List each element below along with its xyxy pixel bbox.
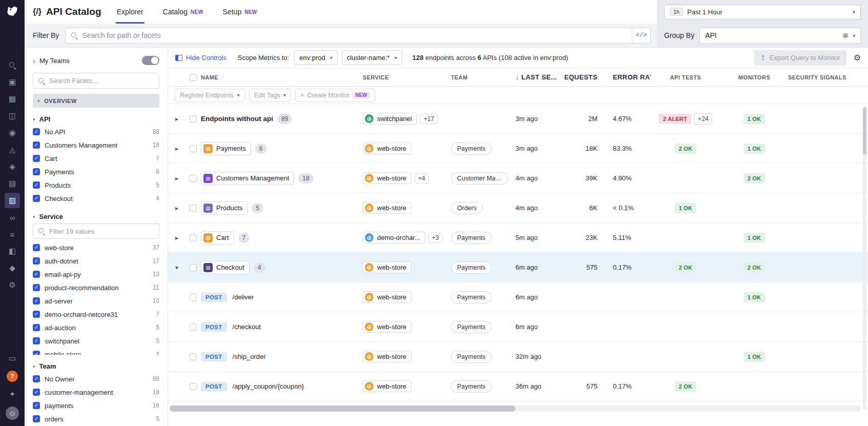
- expand-row-icon[interactable]: ▸: [175, 205, 178, 212]
- vertical-scrollbar-thumb[interactable]: [863, 107, 866, 154]
- checkbox-checked-icon[interactable]: [33, 375, 40, 382]
- search-icon[interactable]: [5, 57, 20, 73]
- row-checkbox[interactable]: [190, 145, 197, 152]
- row-checkbox[interactable]: [190, 234, 197, 241]
- checkbox-checked-icon[interactable]: [33, 257, 40, 265]
- api-catalog-nav-icon[interactable]: ▥: [5, 193, 20, 208]
- checkbox-checked-icon[interactable]: [33, 324, 40, 331]
- facet-item[interactable]: ad-server10: [33, 294, 159, 308]
- facet-group-header[interactable]: ▾Service: [33, 213, 159, 220]
- row-checkbox[interactable]: [190, 323, 197, 331]
- table-row[interactable]: ▸▤Products5⊕web-storeOrders4m ago6K< 0.1…: [168, 193, 868, 223]
- checkbox-checked-icon[interactable]: [33, 181, 40, 189]
- query-syntax-toggle[interactable]: </>: [632, 28, 650, 43]
- column-header-last-se[interactable]: ↓LAST SE...: [515, 73, 565, 81]
- service-extra-pill[interactable]: +3: [428, 233, 443, 243]
- team-chip[interactable]: Payments: [451, 380, 492, 393]
- search-input[interactable]: [82, 31, 628, 39]
- service-chip[interactable]: ⊕switchpanel: [363, 113, 417, 125]
- facet-search-input[interactable]: [49, 77, 154, 85]
- service-chip[interactable]: ⊕web-store: [363, 321, 411, 333]
- notebooks-icon[interactable]: ▤: [5, 176, 20, 191]
- action-create-monitor[interactable]: +Create MonitorNEW: [295, 89, 375, 102]
- service-chip[interactable]: ⊕web-store: [363, 143, 411, 154]
- facet-item[interactable]: mobile-store4: [33, 348, 159, 355]
- checkbox-checked-icon[interactable]: [33, 195, 40, 202]
- facet-item[interactable]: ad-auction5: [33, 321, 159, 334]
- vertical-scrollbar[interactable]: [863, 107, 866, 410]
- column-header-service[interactable]: SERVICE: [363, 74, 451, 80]
- table-settings-gear-icon[interactable]: ⚙: [854, 53, 861, 63]
- export-query-button[interactable]: ↥ Export Query to Monitor: [754, 50, 846, 66]
- overview-section-header[interactable]: ▾ OVERVIEW: [33, 94, 159, 108]
- team-chip[interactable]: Payments: [451, 261, 492, 274]
- expand-row-icon[interactable]: ▸: [175, 145, 178, 152]
- row-checkbox[interactable]: [190, 205, 197, 212]
- facet-item[interactable]: switchpanel5: [33, 334, 159, 348]
- facet-item[interactable]: No Owner89: [33, 372, 159, 386]
- metrics-icon[interactable]: ◫: [5, 108, 20, 124]
- service-extra-pill[interactable]: +17: [420, 114, 438, 124]
- team-chip[interactable]: Payments: [451, 351, 492, 363]
- table-row[interactable]: ▸▤Cart7⊕demo-orchar...+3Payments5m ago23…: [168, 223, 868, 253]
- watchdog-icon[interactable]: ◉: [5, 125, 20, 140]
- security-icon[interactable]: ◆: [5, 260, 20, 276]
- clear-icon[interactable]: ⊗: [842, 31, 849, 39]
- service-chip[interactable]: ⊕demo-orchar...: [363, 232, 425, 244]
- team-chip[interactable]: Customer Man...: [451, 172, 508, 185]
- table-row[interactable]: POST/deliver⊕web-storePayments6m ago1 OK: [168, 282, 868, 312]
- team-chip[interactable]: Payments: [451, 143, 492, 155]
- checkbox-checked-icon[interactable]: [33, 244, 40, 251]
- column-header-error-rate[interactable]: ERROR RATE: [602, 73, 651, 81]
- tab-explorer[interactable]: Explorer: [117, 0, 143, 24]
- feedback-chat-icon[interactable]: ▭: [5, 351, 20, 366]
- facet-item[interactable]: Products5: [33, 178, 159, 192]
- facet-item[interactable]: customer-management18: [33, 386, 159, 399]
- service-chip[interactable]: ⊕web-store: [363, 261, 411, 273]
- settings-icon[interactable]: ⚙: [5, 277, 20, 293]
- api-name-chip[interactable]: ▤Customers Management: [201, 172, 294, 185]
- facet-item[interactable]: Cart7: [33, 152, 159, 165]
- apm-icon[interactable]: ◈: [5, 159, 20, 174]
- row-checkbox[interactable]: [190, 383, 197, 390]
- team-chip[interactable]: Payments: [451, 291, 492, 303]
- facet-item[interactable]: auth-dotnet17: [33, 254, 159, 268]
- checkbox-checked-icon[interactable]: [33, 389, 40, 396]
- facet-filter-input[interactable]: [49, 228, 154, 235]
- team-chip[interactable]: Orders: [451, 202, 483, 214]
- service-extra-pill[interactable]: +4: [415, 173, 429, 184]
- checkbox-checked-icon[interactable]: [33, 284, 40, 291]
- datadog-logo-icon[interactable]: [5, 4, 20, 19]
- expand-row-icon[interactable]: ▸: [175, 234, 178, 241]
- checkbox-checked-icon[interactable]: [33, 128, 40, 135]
- select-all-checkbox[interactable]: [190, 74, 197, 81]
- table-row[interactable]: POST/apply_coupon/{coupon}⊕web-storePaym…: [168, 372, 868, 401]
- facet-item[interactable]: No API88: [33, 125, 159, 138]
- dashboards-icon[interactable]: ▦: [5, 91, 20, 107]
- tab-setup[interactable]: SetupNEW: [223, 0, 257, 24]
- checkbox-checked-icon[interactable]: [33, 297, 40, 305]
- api-name-chip[interactable]: ▤Payments: [201, 142, 251, 155]
- column-header-monitors[interactable]: MONITORS: [720, 74, 788, 80]
- api-name-chip[interactable]: ▤Checkout: [201, 261, 250, 274]
- scope-filter-dropdown-cluster-name[interactable]: cluster-name:*▾: [342, 50, 402, 65]
- action-register-endpoints[interactable]: Register Endpoints▾: [175, 89, 245, 102]
- synthetics-icon[interactable]: ◬: [5, 142, 20, 157]
- row-checkbox[interactable]: [190, 175, 197, 182]
- row-checkbox[interactable]: [190, 294, 197, 301]
- horizontal-scrollbar[interactable]: [170, 405, 861, 412]
- service-chip[interactable]: ⊕web-store: [363, 351, 411, 362]
- tab-catalog[interactable]: CatalogNEW: [163, 0, 203, 24]
- table-row[interactable]: ▸▤Customers Management18⊕web-store+4Cust…: [168, 164, 868, 193]
- action-edit-tags[interactable]: Edit Tags▾: [249, 89, 291, 102]
- column-header-security-signals[interactable]: SECURITY SIGNALS: [788, 74, 868, 80]
- checkbox-checked-icon[interactable]: [33, 168, 40, 175]
- column-header-team[interactable]: TEAM: [451, 74, 515, 80]
- facet-item[interactable]: Checkout4: [33, 192, 159, 205]
- my-teams-row[interactable]: › My Teams: [33, 53, 159, 68]
- api-name-chip[interactable]: ▤Cart: [201, 231, 234, 245]
- logs-icon[interactable]: ≡: [5, 227, 20, 242]
- service-chip[interactable]: ⊕web-store: [363, 202, 411, 214]
- table-row[interactable]: POST/checkout⊕web-storePayments6m ago: [168, 312, 868, 342]
- facet-item[interactable]: email-api-py13: [33, 268, 159, 281]
